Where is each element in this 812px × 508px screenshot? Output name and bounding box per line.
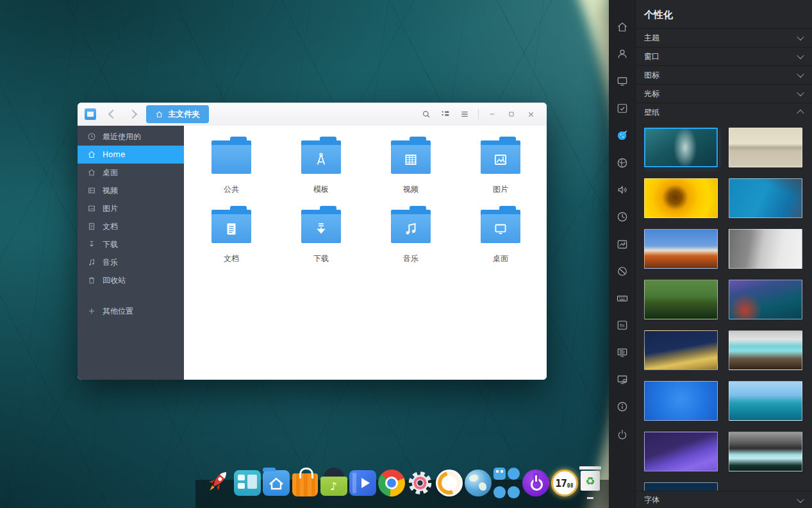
folder-label: 模板: [313, 184, 329, 195]
nav-shutdown[interactable]: [609, 420, 635, 447]
sidebar-item-label: 桌面: [103, 167, 118, 178]
nav-sound[interactable]: [609, 176, 635, 203]
view-toggle-button[interactable]: [436, 103, 455, 126]
minimize-button[interactable]: [483, 103, 502, 126]
dock-items: ♪ 1708 ♻: [204, 466, 608, 500]
dock-movie[interactable]: [348, 466, 377, 500]
personalization-palette-icon: [616, 129, 629, 142]
wallpaper-thumbnail[interactable]: [729, 330, 802, 370]
dock-clock[interactable]: 1708: [550, 466, 579, 500]
wallpaper-thumbnail[interactable]: [729, 280, 802, 319]
folder-videos[interactable]: 视频: [366, 137, 456, 206]
dock-browser[interactable]: [463, 466, 492, 500]
search-button[interactable]: [417, 103, 436, 126]
wallpaper-thumbnail[interactable]: [729, 432, 802, 471]
sound-speaker-icon: [616, 183, 629, 196]
dock-file-manager[interactable]: [261, 466, 290, 500]
wallpaper-thumbnail[interactable]: [729, 128, 802, 167]
music-app-icon: ♪: [320, 470, 347, 496]
dock-trash[interactable]: ♻: [579, 466, 608, 500]
sidebar-item-pictures[interactable]: 图片: [78, 199, 184, 217]
section-fonts[interactable]: 字体: [636, 491, 812, 508]
dock-launcher[interactable]: [204, 466, 233, 500]
dock-chrome[interactable]: [377, 466, 406, 500]
close-button[interactable]: [521, 103, 540, 126]
dock-control-center[interactable]: [406, 466, 435, 500]
nav-default-apps[interactable]: [609, 95, 635, 122]
sidebar-item-trash[interactable]: 回收站: [78, 271, 184, 289]
sidebar-item-recent[interactable]: 最近使用的: [78, 128, 184, 146]
sidebar-item-downloads[interactable]: 下载: [78, 235, 184, 253]
wallpaper-thumbnail[interactable]: [729, 178, 802, 218]
sidebar-item-music[interactable]: 音乐: [78, 253, 184, 271]
nav-home[interactable]: [609, 13, 635, 40]
dock-app-store[interactable]: [290, 466, 319, 500]
wallpaper-thumbnail[interactable]: [644, 482, 718, 491]
section-label: 壁纸: [644, 107, 659, 118]
wallpaper-thumbnail-selected[interactable]: [644, 128, 718, 167]
back-button[interactable]: [105, 106, 120, 122]
wallpaper-thumbnail[interactable]: [729, 381, 802, 421]
folder-icon-documents: [211, 206, 251, 244]
nav-datetime[interactable]: [609, 203, 635, 230]
path-tab[interactable]: 主文件夹: [146, 105, 209, 123]
sidebar-item-other-locations[interactable]: 其他位置: [78, 302, 184, 320]
folder-desktop[interactable]: 桌面: [456, 206, 545, 275]
wallpaper-thumbnail[interactable]: [644, 178, 718, 218]
nav-personalization-active[interactable]: [609, 122, 635, 149]
sidebar-item-label: 文档: [103, 221, 118, 232]
dock-screen-recorder[interactable]: [435, 466, 463, 500]
nav-power-management[interactable]: [609, 230, 635, 257]
chrome-browser-icon: [378, 470, 405, 496]
nav-info[interactable]: [609, 393, 635, 420]
section-theme[interactable]: 主题: [636, 28, 812, 47]
nav-system-monitor[interactable]: [609, 339, 635, 366]
svg-text:fn: fn: [620, 323, 624, 328]
nav-update[interactable]: [609, 366, 635, 393]
folder-downloads[interactable]: 下载: [276, 206, 366, 275]
desktop-icon: [87, 168, 96, 178]
wallpaper-thumbnail[interactable]: [644, 229, 718, 269]
folder-documents[interactable]: 文档: [186, 206, 276, 275]
nav-shortcuts[interactable]: fn: [609, 312, 635, 339]
folder-templates[interactable]: 模板: [276, 137, 366, 206]
section-window[interactable]: 窗口: [636, 47, 812, 65]
wallpaper-thumbnail[interactable]: [644, 432, 718, 471]
default-apps-icon: [616, 102, 629, 115]
folder-pictures[interactable]: 图片: [456, 137, 545, 206]
download-icon: [87, 240, 96, 250]
sidebar-item-desktop[interactable]: 桌面: [78, 164, 184, 182]
forward-button[interactable]: [125, 106, 140, 122]
nav-network[interactable]: [609, 149, 635, 176]
folder-icon-desktop: [481, 206, 520, 244]
titlebar[interactable]: 主文件夹: [78, 103, 547, 126]
dock-remote-assistance[interactable]: [492, 466, 521, 500]
wallpaper-thumbnail[interactable]: [644, 330, 718, 370]
wallpaper-thumbnail[interactable]: [729, 229, 802, 269]
dock-shutdown[interactable]: [521, 466, 550, 500]
sidebar-item-videos[interactable]: 视频: [78, 182, 184, 199]
wallpaper-thumbnail[interactable]: [644, 381, 718, 421]
folder-icon-pictures: [481, 137, 520, 175]
section-wallpaper[interactable]: 壁纸: [636, 103, 812, 121]
section-cursor[interactable]: 光标: [636, 84, 812, 103]
maximize-button[interactable]: [502, 103, 521, 126]
dock-music[interactable]: ♪: [319, 466, 348, 500]
nav-accounts[interactable]: [609, 40, 635, 67]
picture-icon: [87, 204, 96, 214]
control-center-body: 个性化 主题 窗口 图标 光标 壁纸: [636, 0, 812, 508]
nav-keyboard[interactable]: [609, 285, 635, 312]
folder-label: 公共: [224, 184, 239, 195]
sidebar-item-home[interactable]: Home: [78, 146, 184, 164]
nav-mouse[interactable]: [609, 258, 635, 285]
nav-display[interactable]: [609, 68, 635, 95]
wallpaper-thumbnail[interactable]: [644, 280, 718, 319]
sidebar-item-documents[interactable]: 文档: [78, 217, 184, 235]
folder-public[interactable]: 公共: [186, 137, 276, 206]
dock-multitasking[interactable]: [233, 466, 261, 500]
sidebar-item-label: 音乐: [103, 257, 118, 268]
monitor-list-icon: [616, 346, 629, 359]
menu-button[interactable]: [455, 103, 474, 126]
section-icons[interactable]: 图标: [636, 65, 812, 84]
folder-music[interactable]: 音乐: [366, 206, 456, 275]
